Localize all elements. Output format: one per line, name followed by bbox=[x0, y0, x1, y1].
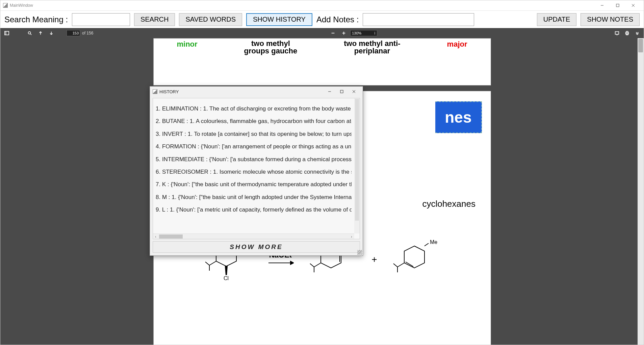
history-item[interactable]: 8. M : 1. {'Noun': ["the basic unit of l… bbox=[156, 191, 352, 203]
viewer-scrollbar[interactable] bbox=[638, 38, 644, 345]
svg-line-32 bbox=[310, 264, 314, 267]
dialog-app-icon bbox=[153, 89, 157, 94]
svg-line-20 bbox=[209, 261, 216, 265]
svg-rect-14 bbox=[626, 31, 628, 33]
svg-marker-26 bbox=[290, 261, 294, 265]
sidebar-toggle-icon[interactable] bbox=[2, 29, 11, 38]
page-up-icon[interactable] bbox=[36, 29, 45, 38]
history-item[interactable]: 3. INVERT : 1. To rotate [a container] s… bbox=[156, 128, 352, 140]
history-minimize-button[interactable] bbox=[324, 87, 336, 96]
pdf-page-prev: minor two methyl groups gauche two methy… bbox=[153, 38, 491, 85]
show-more-button[interactable]: SHOW MORE bbox=[153, 241, 360, 253]
history-close-button[interactable] bbox=[348, 87, 360, 96]
history-item[interactable]: 7. K : {'Noun': ["the basic unit of ther… bbox=[156, 178, 352, 191]
scrollbar-thumb[interactable] bbox=[355, 99, 359, 221]
search-meaning-label: Search Meaning : bbox=[4, 15, 68, 24]
history-body: 1. ELIMINATION : 1. The act of dischargi… bbox=[153, 98, 360, 239]
maximize-button[interactable] bbox=[610, 0, 625, 10]
history-hscroll[interactable]: ‹ › bbox=[153, 233, 354, 239]
svg-line-21 bbox=[205, 262, 209, 265]
plus-sign: + bbox=[371, 254, 377, 265]
label-major: major bbox=[447, 40, 467, 49]
svg-marker-34 bbox=[404, 246, 424, 268]
zoom-in-icon[interactable] bbox=[339, 29, 348, 38]
label-minor: minor bbox=[177, 40, 197, 49]
svg-marker-23 bbox=[225, 266, 227, 275]
history-item[interactable]: 4. FORMATION : {'Noun': ['an arrangement… bbox=[156, 140, 352, 153]
history-item[interactable]: 9. L : 1. {'Noun': ['a metric unit of ca… bbox=[156, 203, 352, 216]
minimize-button[interactable] bbox=[594, 0, 610, 10]
page-down-icon[interactable] bbox=[47, 29, 56, 38]
svg-text:Cl: Cl bbox=[224, 275, 229, 281]
show-notes-button[interactable]: SHOW NOTES bbox=[581, 13, 640, 26]
scrollbar-thumb[interactable] bbox=[638, 39, 643, 52]
svg-line-31 bbox=[314, 263, 321, 267]
pdf-viewer[interactable]: minor two methyl groups gauche two methy… bbox=[0, 38, 644, 345]
svg-text:Me: Me bbox=[430, 239, 437, 245]
page-number-input[interactable] bbox=[67, 30, 80, 36]
app-toolbar: Search Meaning : SEARCH SAVED WORDS SHOW… bbox=[0, 10, 644, 28]
update-button[interactable]: UPDATE bbox=[537, 13, 577, 26]
svg-line-39 bbox=[393, 264, 397, 267]
history-item[interactable]: 5. INTERMEDIATE : {'Noun': ['a substance… bbox=[156, 153, 352, 166]
scroll-right-icon[interactable]: › bbox=[349, 234, 354, 239]
label-antiperiplanar: two methyl anti- periplanar bbox=[344, 40, 400, 55]
print-icon[interactable] bbox=[623, 29, 632, 38]
presentation-icon[interactable] bbox=[613, 29, 621, 38]
close-button[interactable] bbox=[625, 0, 641, 10]
app-icon bbox=[3, 3, 8, 8]
notes-input[interactable] bbox=[363, 13, 474, 26]
svg-line-36 bbox=[424, 243, 429, 246]
main-titlebar: MainWindow bbox=[0, 0, 644, 10]
history-titlebar[interactable]: HISTORY bbox=[150, 87, 363, 97]
history-title: HISTORY bbox=[159, 89, 179, 94]
history-item[interactable]: 6. STEREOISOMER : 1. Isomeric molecule w… bbox=[156, 166, 352, 178]
svg-rect-1 bbox=[616, 4, 619, 7]
main-window: MainWindow Search Meaning : SEARCH SAVED… bbox=[0, 0, 644, 345]
svg-line-38 bbox=[397, 263, 404, 267]
history-item[interactable]: 2. BUTANE : 1. A colourless, flammable g… bbox=[156, 115, 352, 127]
tools-chevron-icon[interactable] bbox=[633, 29, 642, 38]
history-maximize-button[interactable] bbox=[336, 87, 348, 96]
history-vscroll[interactable] bbox=[354, 98, 360, 233]
page-total-label: of 156 bbox=[82, 31, 93, 35]
page-heading-right: nes bbox=[435, 101, 482, 133]
svg-line-7 bbox=[30, 34, 32, 35]
history-dialog: HISTORY 1. ELIMINATION : 1. The act of d… bbox=[150, 86, 363, 256]
zoom-out-icon[interactable] bbox=[329, 29, 337, 38]
history-item[interactable]: 1. ELIMINATION : 1. The act of dischargi… bbox=[156, 102, 352, 115]
show-history-button[interactable]: SHOW HISTORY bbox=[246, 13, 312, 26]
molecule-product-2: Me bbox=[391, 239, 441, 280]
resize-grip[interactable] bbox=[357, 250, 362, 255]
chevron-updown-icon: ⁞ bbox=[374, 31, 376, 35]
label-gauche: two methyl groups gauche bbox=[244, 40, 298, 55]
zoom-select[interactable]: 130% ⁞ bbox=[350, 30, 377, 36]
scroll-left-icon[interactable]: ‹ bbox=[153, 234, 158, 239]
svg-rect-4 bbox=[5, 31, 9, 35]
svg-rect-11 bbox=[615, 32, 619, 34]
svg-rect-42 bbox=[340, 90, 343, 93]
svg-point-6 bbox=[28, 32, 31, 34]
saved-words-button[interactable]: SAVED WORDS bbox=[179, 13, 242, 26]
search-input[interactable] bbox=[72, 13, 130, 26]
search-button[interactable]: SEARCH bbox=[134, 13, 175, 26]
find-icon[interactable] bbox=[25, 29, 34, 38]
add-notes-label: Add Notes : bbox=[316, 15, 359, 24]
pdf-toolbar: of 156 130% ⁞ bbox=[0, 28, 644, 38]
zoom-value: 130% bbox=[352, 31, 361, 35]
history-list[interactable]: 1. ELIMINATION : 1. The act of dischargi… bbox=[153, 98, 354, 233]
scrollbar-thumb[interactable] bbox=[159, 235, 183, 239]
window-title: MainWindow bbox=[10, 3, 33, 8]
